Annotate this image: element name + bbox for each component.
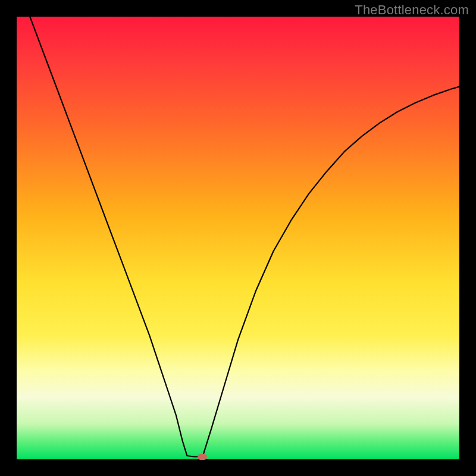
minimum-marker: [198, 454, 207, 460]
watermark-text: TheBottleneck.com: [355, 2, 469, 18]
plot-area: [17, 17, 459, 459]
bottleneck-curve: [30, 17, 459, 457]
curve-svg: [17, 17, 459, 459]
